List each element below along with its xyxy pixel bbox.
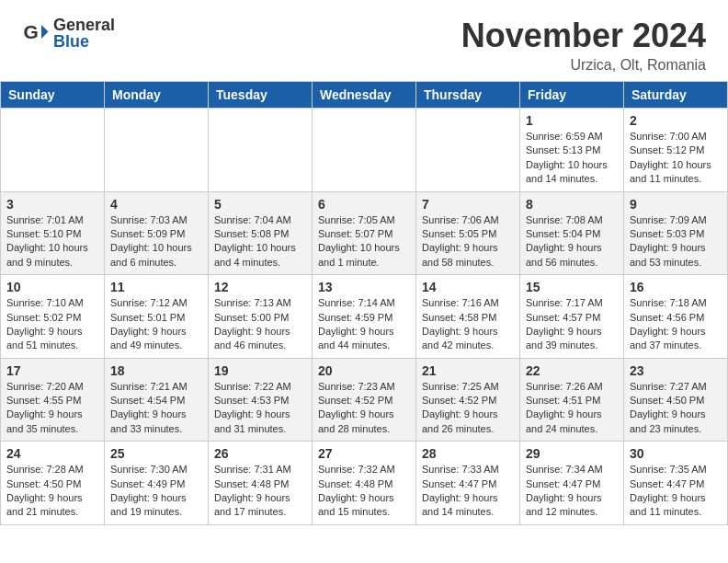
day-detail: Sunrise: 7:28 AM Sunset: 4:50 PM Dayligh… [6, 463, 98, 520]
day-number: 23 [630, 363, 722, 378]
calendar-cell: 19Sunrise: 7:22 AM Sunset: 4:53 PM Dayli… [209, 358, 313, 442]
calendar-cell: 2Sunrise: 7:00 AM Sunset: 5:12 PM Daylig… [624, 109, 728, 192]
day-detail: Sunrise: 7:04 AM Sunset: 5:08 PM Dayligh… [214, 213, 306, 270]
calendar-cell: 5Sunrise: 7:04 AM Sunset: 5:08 PM Daylig… [209, 191, 313, 275]
svg-text:G: G [24, 21, 39, 42]
day-number: 11 [110, 280, 202, 294]
day-detail: Sunrise: 7:33 AM Sunset: 4:47 PM Dayligh… [422, 463, 514, 520]
day-number: 6 [318, 197, 410, 212]
day-number: 26 [214, 446, 306, 461]
day-detail: Sunrise: 7:31 AM Sunset: 4:48 PM Dayligh… [214, 463, 306, 520]
logo-icon: G [22, 19, 50, 47]
day-number: 4 [110, 197, 202, 212]
calendar-cell: 28Sunrise: 7:33 AM Sunset: 4:47 PM Dayli… [416, 442, 520, 525]
calendar-cell: 4Sunrise: 7:03 AM Sunset: 5:09 PM Daylig… [105, 191, 209, 275]
day-of-week-header: Monday [105, 82, 209, 109]
month-title: November 2024 [461, 17, 706, 55]
calendar-cell: 10Sunrise: 7:10 AM Sunset: 5:02 PM Dayli… [1, 275, 105, 359]
day-of-week-header: Thursday [416, 82, 520, 109]
calendar-cell [313, 109, 416, 192]
day-number: 27 [318, 446, 410, 461]
day-number: 24 [6, 446, 98, 461]
calendar-cell: 18Sunrise: 7:21 AM Sunset: 4:54 PM Dayli… [105, 358, 209, 442]
calendar-table: SundayMondayTuesdayWednesdayThursdayFrid… [0, 81, 728, 525]
day-number: 5 [214, 197, 306, 212]
day-detail: Sunrise: 7:32 AM Sunset: 4:48 PM Dayligh… [318, 463, 410, 520]
day-number: 12 [214, 280, 306, 294]
calendar-cell: 29Sunrise: 7:34 AM Sunset: 4:47 PM Dayli… [520, 442, 624, 525]
day-detail: Sunrise: 7:03 AM Sunset: 5:09 PM Dayligh… [110, 213, 202, 270]
calendar-week-row: 1Sunrise: 6:59 AM Sunset: 5:13 PM Daylig… [1, 109, 728, 192]
day-detail: Sunrise: 7:26 AM Sunset: 4:51 PM Dayligh… [526, 380, 618, 437]
calendar-cell: 22Sunrise: 7:26 AM Sunset: 4:51 PM Dayli… [520, 358, 624, 442]
day-number: 2 [630, 113, 722, 128]
day-number: 1 [526, 113, 618, 128]
calendar-cell: 13Sunrise: 7:14 AM Sunset: 4:59 PM Dayli… [313, 275, 416, 359]
calendar-header-row: SundayMondayTuesdayWednesdayThursdayFrid… [1, 82, 728, 109]
day-number: 18 [110, 363, 202, 378]
day-detail: Sunrise: 7:00 AM Sunset: 5:12 PM Dayligh… [630, 130, 722, 187]
day-detail: Sunrise: 7:27 AM Sunset: 4:50 PM Dayligh… [630, 380, 722, 437]
day-number: 3 [6, 197, 98, 212]
day-number: 10 [6, 280, 98, 294]
calendar-cell [209, 109, 313, 192]
day-detail: Sunrise: 6:59 AM Sunset: 5:13 PM Dayligh… [526, 130, 618, 187]
day-number: 7 [422, 197, 514, 212]
calendar-cell: 24Sunrise: 7:28 AM Sunset: 4:50 PM Dayli… [1, 442, 105, 525]
day-detail: Sunrise: 7:18 AM Sunset: 4:56 PM Dayligh… [630, 296, 722, 353]
title-block: November 2024 Urzica, Olt, Romania [461, 17, 706, 74]
day-detail: Sunrise: 7:12 AM Sunset: 5:01 PM Dayligh… [110, 296, 202, 353]
day-detail: Sunrise: 7:34 AM Sunset: 4:47 PM Dayligh… [526, 463, 618, 520]
calendar-cell: 25Sunrise: 7:30 AM Sunset: 4:49 PM Dayli… [105, 442, 209, 525]
logo-general-text: General [53, 17, 115, 33]
day-number: 29 [526, 446, 618, 461]
day-number: 14 [422, 280, 514, 294]
day-number: 15 [526, 280, 618, 294]
calendar-cell: 20Sunrise: 7:23 AM Sunset: 4:52 PM Dayli… [313, 358, 416, 442]
calendar-week-row: 17Sunrise: 7:20 AM Sunset: 4:55 PM Dayli… [1, 358, 728, 442]
calendar-cell [105, 109, 209, 192]
calendar-cell: 14Sunrise: 7:16 AM Sunset: 4:58 PM Dayli… [416, 275, 520, 359]
day-of-week-header: Sunday [1, 82, 105, 109]
day-number: 9 [630, 197, 722, 212]
day-number: 22 [526, 363, 618, 378]
calendar-cell: 26Sunrise: 7:31 AM Sunset: 4:48 PM Dayli… [209, 442, 313, 525]
calendar-cell: 21Sunrise: 7:25 AM Sunset: 4:52 PM Dayli… [416, 358, 520, 442]
calendar-cell: 17Sunrise: 7:20 AM Sunset: 4:55 PM Dayli… [1, 358, 105, 442]
calendar-cell: 16Sunrise: 7:18 AM Sunset: 4:56 PM Dayli… [624, 275, 728, 359]
calendar-week-row: 10Sunrise: 7:10 AM Sunset: 5:02 PM Dayli… [1, 275, 728, 359]
calendar-cell [416, 109, 520, 192]
day-number: 17 [6, 363, 98, 378]
day-detail: Sunrise: 7:13 AM Sunset: 5:00 PM Dayligh… [214, 296, 306, 353]
calendar-cell: 9Sunrise: 7:09 AM Sunset: 5:03 PM Daylig… [624, 191, 728, 275]
day-number: 19 [214, 363, 306, 378]
logo-blue-text: Blue [53, 33, 115, 50]
day-number: 13 [318, 280, 410, 294]
calendar-week-row: 24Sunrise: 7:28 AM Sunset: 4:50 PM Dayli… [1, 442, 728, 525]
day-of-week-header: Wednesday [313, 82, 416, 109]
day-detail: Sunrise: 7:09 AM Sunset: 5:03 PM Dayligh… [630, 213, 722, 270]
day-detail: Sunrise: 7:16 AM Sunset: 4:58 PM Dayligh… [422, 296, 514, 353]
day-number: 30 [630, 446, 722, 461]
day-detail: Sunrise: 7:17 AM Sunset: 4:57 PM Dayligh… [526, 296, 618, 353]
day-detail: Sunrise: 7:10 AM Sunset: 5:02 PM Dayligh… [6, 296, 98, 353]
calendar-cell: 23Sunrise: 7:27 AM Sunset: 4:50 PM Dayli… [624, 358, 728, 442]
calendar-cell: 27Sunrise: 7:32 AM Sunset: 4:48 PM Dayli… [313, 442, 416, 525]
day-detail: Sunrise: 7:25 AM Sunset: 4:52 PM Dayligh… [422, 380, 514, 437]
calendar-cell: 6Sunrise: 7:05 AM Sunset: 5:07 PM Daylig… [313, 191, 416, 275]
calendar-cell [1, 109, 105, 192]
page-header: G General Blue November 2024 Urzica, Olt… [0, 0, 728, 81]
day-of-week-header: Saturday [624, 82, 728, 109]
day-detail: Sunrise: 7:22 AM Sunset: 4:53 PM Dayligh… [214, 380, 306, 437]
day-detail: Sunrise: 7:08 AM Sunset: 5:04 PM Dayligh… [526, 213, 618, 270]
calendar-cell: 30Sunrise: 7:35 AM Sunset: 4:47 PM Dayli… [624, 442, 728, 525]
day-detail: Sunrise: 7:01 AM Sunset: 5:10 PM Dayligh… [6, 213, 98, 270]
day-detail: Sunrise: 7:23 AM Sunset: 4:52 PM Dayligh… [318, 380, 410, 437]
day-number: 8 [526, 197, 618, 212]
calendar-week-row: 3Sunrise: 7:01 AM Sunset: 5:10 PM Daylig… [1, 191, 728, 275]
day-number: 25 [110, 446, 202, 461]
day-detail: Sunrise: 7:21 AM Sunset: 4:54 PM Dayligh… [110, 380, 202, 437]
calendar-cell: 11Sunrise: 7:12 AM Sunset: 5:01 PM Dayli… [105, 275, 209, 359]
day-detail: Sunrise: 7:30 AM Sunset: 4:49 PM Dayligh… [110, 463, 202, 520]
calendar-cell: 15Sunrise: 7:17 AM Sunset: 4:57 PM Dayli… [520, 275, 624, 359]
